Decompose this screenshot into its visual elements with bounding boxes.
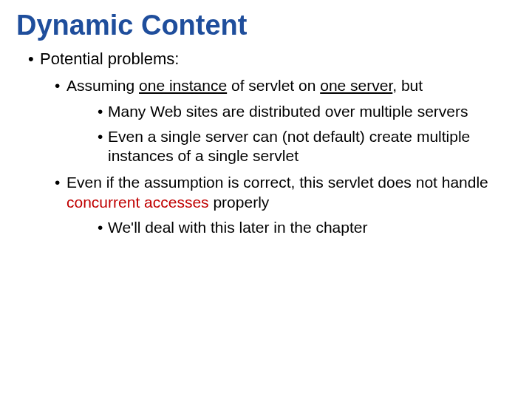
text: Even if the assumption is correct, this … — [66, 174, 488, 191]
text: Assuming — [66, 77, 139, 94]
list-item: Assuming one instance of servlet on one … — [40, 76, 510, 166]
bullet-list: Potential problems: Assuming one instanc… — [16, 49, 510, 237]
list-item: Many Web sites are distributed over mult… — [66, 102, 510, 121]
highlighted-text: concurrent accesses — [66, 194, 209, 211]
text: of servlet on — [227, 77, 320, 94]
text: Even a single server can (not default) c… — [108, 128, 470, 164]
text: Many Web sites are distributed over mult… — [108, 103, 468, 120]
bullet-list: We'll deal with this later in the chapte… — [66, 218, 510, 237]
list-item: Even a single server can (not default) c… — [66, 127, 510, 166]
bullet-list: Many Web sites are distributed over mult… — [66, 102, 510, 166]
underlined-text: one instance — [139, 77, 227, 94]
text: , but — [392, 77, 423, 94]
text: We'll deal with this later in the chapte… — [108, 219, 367, 236]
text: properly — [209, 194, 270, 211]
text: Potential problems: — [40, 50, 179, 68]
page-title: Dynamic Content — [16, 10, 510, 41]
list-item: Potential problems: Assuming one instanc… — [28, 49, 510, 237]
bullet-list: Assuming one instance of servlet on one … — [40, 76, 510, 237]
list-item: We'll deal with this later in the chapte… — [66, 218, 510, 237]
underlined-text: one server — [320, 77, 392, 94]
list-item: Even if the assumption is correct, this … — [40, 173, 510, 237]
slide: Dynamic Content Potential problems: Assu… — [0, 0, 532, 399]
